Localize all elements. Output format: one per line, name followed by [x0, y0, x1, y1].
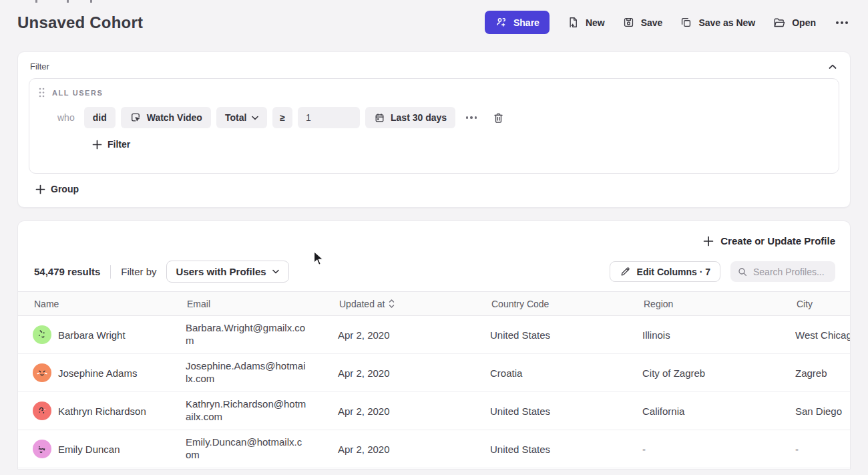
- profile-updated-at: Apr 2, 2020: [338, 367, 490, 379]
- table-row[interactable]: Barbara Wright Barbara.Wright@gmailx.com…: [18, 316, 850, 354]
- profile-region: City of Zagreb: [642, 367, 795, 379]
- date-range-selector[interactable]: Last 30 days: [365, 107, 455, 128]
- column-header-region[interactable]: Region: [642, 299, 795, 309]
- profile-email: Barbara.Wright@gmailx.com: [186, 322, 338, 347]
- event-selector[interactable]: Watch Video: [121, 107, 211, 128]
- new-button[interactable]: New: [567, 16, 605, 29]
- filter-criteria-row: who did Watch Video Total: [57, 107, 829, 128]
- avatar: [33, 402, 51, 420]
- profile-updated-at: Apr 2, 2020: [338, 329, 490, 341]
- plus-icon: [703, 236, 714, 247]
- threshold-input[interactable]: [298, 107, 360, 128]
- open-button[interactable]: Open: [773, 16, 816, 29]
- column-header-city[interactable]: City: [795, 299, 850, 309]
- profile-city: San Diego: [795, 406, 850, 417]
- search-profiles-input[interactable]: [753, 267, 827, 277]
- profile-name: Emily Duncan: [58, 444, 120, 455]
- new-file-icon: [567, 16, 580, 29]
- filter-group-box: ALL USERS who did Watch Video Total: [29, 78, 839, 174]
- results-count: 54,479 results: [34, 266, 100, 277]
- date-range-label: Last 30 days: [391, 112, 447, 123]
- group-label: ALL USERS: [52, 89, 103, 97]
- chevron-down-icon: [272, 269, 279, 274]
- profile-updated-at: Apr 2, 2020: [338, 406, 490, 417]
- toolbar-divider: [110, 265, 111, 279]
- column-header-name[interactable]: Name: [33, 299, 186, 309]
- column-header-updated-at[interactable]: Updated at: [338, 299, 490, 309]
- event-label: Watch Video: [147, 112, 202, 123]
- save-button[interactable]: Save: [622, 16, 663, 29]
- plus-icon: [35, 184, 45, 194]
- table-row[interactable]: Kathryn Richardson Kathryn.Richardson@ho…: [18, 392, 850, 430]
- page-title: Unsaved Cohort: [17, 13, 143, 32]
- profile-email: Emily.Duncan@hotmailx.com: [186, 436, 338, 462]
- results-panel: Create or Update Profile 54,479 results …: [17, 220, 851, 469]
- operator-label: ≥: [280, 112, 285, 123]
- plus-icon: [92, 140, 102, 150]
- save-floppy-icon: [622, 16, 635, 29]
- more-options-icon[interactable]: [833, 19, 851, 27]
- profile-email: Josephine.Adams@hotmailx.com: [186, 360, 338, 385]
- avatar: [33, 440, 51, 458]
- add-filter-label: Filter: [107, 139, 130, 150]
- filter-panel-label: Filter: [30, 61, 49, 71]
- share-button[interactable]: Share: [485, 11, 550, 34]
- table-header: Name Email Updated at Country Code Regio…: [18, 291, 850, 316]
- profile-name: Kathryn Richardson: [58, 406, 146, 417]
- folder-open-icon: [773, 16, 786, 29]
- delete-criteria-button[interactable]: [490, 110, 507, 126]
- edit-columns-button[interactable]: Edit Columns · 7: [610, 261, 720, 282]
- avatar: [33, 363, 51, 382]
- profiles-filter-dropdown[interactable]: Users with Profiles: [166, 261, 289, 283]
- profile-region: -: [642, 444, 795, 455]
- save-as-new-button[interactable]: Save as New: [680, 16, 755, 29]
- chevron-down-icon: [252, 116, 258, 120]
- event-click-icon: [130, 112, 142, 124]
- profile-region: Illinois: [642, 329, 795, 341]
- profile-city: Zagreb: [795, 367, 850, 379]
- profile-country: United States: [490, 329, 642, 341]
- collapse-chevron-up-icon[interactable]: [827, 63, 838, 71]
- did-selector[interactable]: did: [84, 107, 116, 128]
- create-or-update-label: Create or Update Profile: [720, 235, 835, 247]
- profile-city: -: [795, 444, 850, 455]
- avatar: [33, 325, 51, 344]
- filter-by-label: Filter by: [121, 266, 156, 277]
- aggregation-selector[interactable]: Total: [216, 107, 267, 128]
- add-group-button[interactable]: Group: [35, 184, 79, 194]
- profile-city: West Chicago: [795, 329, 850, 341]
- edit-columns-label: Edit Columns · 7: [637, 267, 710, 277]
- calendar-icon: [374, 112, 385, 124]
- profiles-filter-value: Users with Profiles: [176, 266, 266, 277]
- aggregation-label: Total: [225, 112, 246, 123]
- add-filter-button[interactable]: Filter: [92, 139, 130, 150]
- save-as-new-label: Save as New: [698, 17, 755, 28]
- copy-icon: [680, 16, 692, 29]
- clipped-breadcrumb-mark: [90, 0, 92, 3]
- drag-handle-icon[interactable]: [39, 88, 45, 98]
- new-label: New: [586, 17, 605, 28]
- column-header-email[interactable]: Email: [186, 299, 338, 309]
- table-row[interactable]: Emily Duncan Emily.Duncan@hotmailx.com A…: [18, 430, 850, 468]
- filter-panel: Filter ALL USERS who did: [17, 51, 851, 208]
- profile-region: California: [642, 406, 795, 417]
- operator-selector[interactable]: ≥: [272, 107, 292, 128]
- profile-email: Kathryn.Richardson@hotmailx.com: [186, 398, 338, 424]
- sort-icon[interactable]: [389, 299, 395, 308]
- profile-name: Barbara Wright: [58, 329, 126, 341]
- create-or-update-profile-button[interactable]: Create or Update Profile: [703, 235, 835, 247]
- did-label: did: [93, 112, 107, 123]
- column-header-country-code[interactable]: Country Code: [490, 299, 642, 309]
- share-users-icon: [495, 16, 507, 29]
- add-group-label: Group: [51, 184, 79, 194]
- trash-icon: [492, 112, 505, 124]
- results-toolbar: 54,479 results Filter by Users with Prof…: [18, 261, 850, 291]
- table-row[interactable]: Josephine Adams Josephine.Adams@hotmailx…: [18, 354, 850, 392]
- clipped-breadcrumb-mark: [67, 0, 69, 3]
- criteria-more-icon[interactable]: [463, 114, 479, 121]
- profile-country: Croatia: [490, 367, 642, 379]
- open-label: Open: [792, 17, 816, 28]
- header-actions: Share New Save: [485, 11, 851, 34]
- pencil-icon: [620, 266, 631, 277]
- profile-country: United States: [490, 444, 642, 455]
